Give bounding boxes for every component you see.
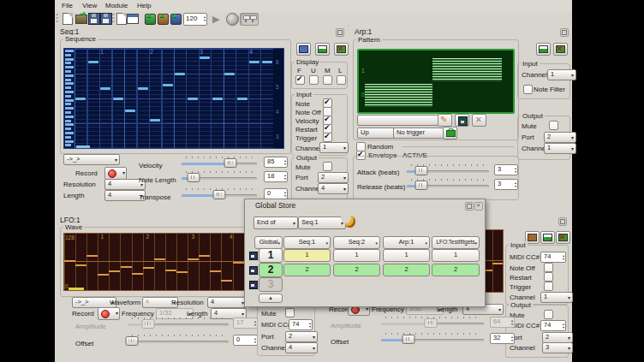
arp-output-channel-combo[interactable]: 1 — [544, 143, 576, 154]
lfo2-note-off-checkbox[interactable] — [544, 263, 553, 272]
tempo-spinbox[interactable]: 120 — [183, 13, 207, 26]
arp-edit-pattern-button[interactable]: ✎ — [438, 114, 452, 127]
store-cell-lfo-2[interactable]: 2 — [432, 264, 480, 276]
store-column-lfo[interactable]: LFO:Testifitgets — [432, 236, 480, 249]
lfo1-resolution-combo[interactable]: 4 — [207, 297, 247, 308]
lfo2-float-button[interactable] — [558, 217, 567, 226]
menu-file[interactable]: File — [58, 1, 76, 11]
seq-output-mute-checkbox[interactable] — [323, 162, 332, 171]
dialog-float-button[interactable] — [465, 202, 474, 211]
input-trigger-checkbox[interactable] — [323, 133, 332, 142]
arp-pattern-display[interactable]: 1 0 — [357, 49, 515, 114]
arp-input-channel-combo[interactable]: 1 — [547, 69, 576, 80]
display-upper-checkbox[interactable] — [309, 75, 319, 85]
store-row1-save-icon[interactable] — [249, 252, 258, 260]
arp-latch-button[interactable] — [443, 127, 457, 139]
dialog-close-button[interactable] — [474, 202, 483, 211]
store-slot1-button[interactable]: 1 — [259, 248, 283, 263]
seq-velocity-slider[interactable] — [182, 156, 257, 168]
arp-pattern-combo[interactable] — [357, 115, 444, 126]
arp-release-spinbox[interactable]: 3 — [494, 179, 518, 190]
seq-pianoroll-display[interactable]: 1 2 3 4 6 5 4 3 — [63, 48, 284, 149]
seq-delete-button[interactable]: ✕ — [334, 43, 349, 56]
lfo2-restart-checkbox[interactable] — [544, 272, 553, 282]
store-cell-seq2-1[interactable]: 1 — [333, 249, 380, 262]
run-button[interactable]: ▶ — [209, 12, 224, 26]
lfo1-offset-spinbox[interactable]: 0 — [233, 335, 258, 346]
store-slot2-button[interactable]: 2 — [259, 263, 283, 277]
store-slot3-button[interactable]: 3 — [259, 277, 283, 292]
store-row3-save-icon[interactable] — [249, 281, 258, 289]
seq-float-button[interactable] — [336, 28, 344, 37]
lfo1-record-button[interactable] — [98, 307, 120, 320]
lfo2-offset-spinbox[interactable]: 32 — [490, 333, 515, 344]
display-lower-checkbox[interactable] — [337, 75, 346, 85]
lfo2-delete-button[interactable]: ✕ — [556, 231, 570, 244]
lfo1-amplitude-spinbox[interactable]: 17 — [233, 317, 258, 329]
store-column-seq2[interactable]: Seq:2 — [333, 236, 380, 249]
arp-attack-slider[interactable] — [407, 163, 489, 175]
lfo2-trigger-checkbox[interactable] — [544, 282, 553, 291]
store-column-arp1[interactable]: Arp:1 — [383, 236, 430, 249]
store-cell-arp1-1[interactable]: 1 — [383, 249, 430, 262]
menu-help[interactable]: Help — [134, 1, 154, 11]
lfo1-offset-slider[interactable] — [128, 334, 229, 346]
lfo1-output-port-combo[interactable]: 2 — [285, 331, 318, 342]
arp-note-filter-checkbox[interactable] — [523, 85, 533, 94]
store-restore-module-combo[interactable]: Seq:1 — [298, 217, 346, 229]
store-cell-seq1-1[interactable]: 1 — [283, 249, 331, 262]
arp-attack-spinbox[interactable]: 3 — [494, 164, 518, 175]
arp-output-mute-checkbox[interactable] — [549, 121, 558, 130]
seq-output-channel-combo[interactable]: 4 — [318, 183, 349, 194]
store-column-seq1[interactable]: Seq:1 — [283, 236, 331, 249]
display-full-checkbox[interactable] — [295, 75, 305, 85]
store-cell-lfo-1[interactable]: 1 — [432, 249, 480, 262]
arp-delete-button[interactable]: ✕ — [553, 43, 568, 56]
lfo2-offset-slider[interactable] — [381, 332, 484, 344]
arp-float-button[interactable] — [560, 28, 569, 37]
store-collapse-button[interactable]: ▲ — [259, 294, 283, 303]
lfo1-output-cc-spinbox[interactable]: 74 — [289, 319, 313, 330]
lfo1-output-mute-checkbox[interactable] — [285, 308, 295, 317]
store-cell-arp1-2[interactable]: 2 — [383, 264, 430, 276]
seq-note-length-spinbox[interactable]: 18 — [264, 171, 288, 182]
add-seq-button[interactable] — [168, 12, 183, 26]
arp-output-port-combo[interactable]: 2 — [544, 132, 576, 143]
lfo2-input-cc-spinbox[interactable]: 74 — [540, 252, 566, 263]
midi-clock-button[interactable] — [224, 12, 240, 26]
lfo2-output-mute-checkbox[interactable] — [544, 310, 553, 319]
store-row2-save-icon[interactable] — [249, 266, 258, 275]
arp-release-slider[interactable] — [407, 178, 489, 190]
store-column-global[interactable]: Global — [254, 236, 283, 249]
arp-rename-button[interactable] — [536, 43, 551, 56]
lfo2-amplitude-slider[interactable] — [381, 316, 484, 328]
lfo1-amplitude-slider[interactable] — [128, 317, 229, 329]
seq-clone-button[interactable] — [296, 43, 311, 56]
store-cell-seq1-2[interactable]: 2 — [283, 264, 331, 276]
jack-sync-button[interactable] — [240, 12, 260, 26]
lfo2-input-channel-combo[interactable]: 1 — [540, 292, 573, 303]
lfo2-rename-button[interactable] — [540, 231, 555, 244]
seq-input-channel-combo[interactable]: 1 — [319, 142, 349, 153]
seq-rename-button[interactable] — [315, 43, 330, 56]
store-cell-seq2-2[interactable]: 2 — [333, 264, 380, 276]
lfo2-amplitude-spinbox[interactable]: 64 — [490, 317, 515, 328]
toolbar-handle[interactable] — [56, 14, 58, 24]
seq-loop-mode-combo[interactable]: ->_> — [63, 154, 120, 165]
arp-store-pattern-button[interactable] — [455, 114, 469, 127]
seq-note-grid[interactable]: 1 2 3 4 — [75, 49, 273, 148]
seq-velocity-spinbox[interactable]: 85 — [264, 157, 288, 168]
seq-record-button[interactable] — [104, 167, 127, 180]
event-log-button[interactable] — [125, 12, 140, 26]
lfo1-wave-display[interactable]: 128 0 1 2 3 4 — [63, 233, 247, 291]
display-mid-checkbox[interactable] — [323, 75, 332, 85]
lfo2-output-channel-combo[interactable]: 3 — [542, 342, 573, 353]
seq-note-length-slider[interactable] — [182, 170, 257, 182]
store-restore-time-combo[interactable]: End of — [253, 217, 298, 229]
lfo2-output-cc-spinbox[interactable]: 74 — [540, 320, 566, 331]
seq-transpose-slider[interactable] — [182, 187, 257, 199]
lfo1-output-channel-combo[interactable]: 4 — [285, 342, 318, 353]
arp-delete-pattern-button[interactable]: ✕ — [472, 114, 486, 127]
menu-module[interactable]: Module — [102, 1, 131, 11]
seq-output-port-combo[interactable]: 2 — [318, 172, 349, 183]
